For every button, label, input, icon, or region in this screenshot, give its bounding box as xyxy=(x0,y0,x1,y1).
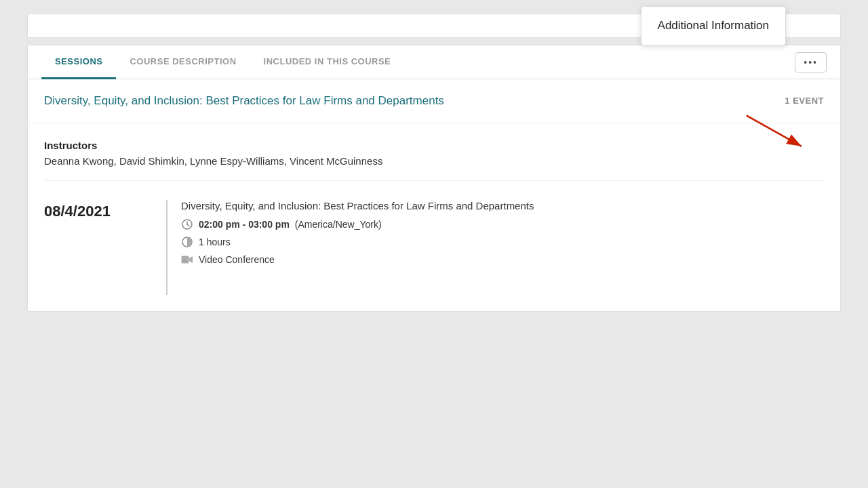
event-time-item: 02:00 pm - 03:00 pm (America/New_York) xyxy=(181,218,824,230)
event-date: 08/4/2021 xyxy=(44,200,153,220)
video-icon xyxy=(181,253,193,266)
more-tabs-button[interactable]: ••• xyxy=(795,52,827,73)
session-title: Diversity, Equity, and Inclusion: Best P… xyxy=(44,93,444,109)
additional-info-tooltip: Additional Information xyxy=(641,6,786,45)
tab-course-description[interactable]: COURSE DESCRIPTION xyxy=(116,45,250,79)
event-meta: 02:00 pm - 03:00 pm (America/New_York) xyxy=(181,218,824,266)
event-duration: 1 hours xyxy=(199,237,231,247)
instructors-section: Instructors Deanna Kwong, David Shimkin,… xyxy=(44,140,824,181)
tab-sessions[interactable]: SESSIONS xyxy=(41,45,116,79)
page-wrapper: Additional Information SESSIONS COURSE D… xyxy=(0,0,868,488)
svg-rect-6 xyxy=(182,256,189,263)
event-location-item: Video Conference xyxy=(181,253,824,266)
event-location: Video Conference xyxy=(199,254,275,265)
event-time: 02:00 pm - 03:00 pm (America/New_York) xyxy=(199,219,382,230)
event-row: 08/4/2021 Diversity, Equity, and Inclusi… xyxy=(44,195,824,295)
additional-info-label: Additional Information xyxy=(658,19,769,32)
session-title-row: Diversity, Equity, and Inclusion: Best P… xyxy=(28,79,840,123)
event-name: Diversity, Equity, and Inclusion: Best P… xyxy=(181,200,824,211)
session-content: Instructors Deanna Kwong, David Shimkin,… xyxy=(28,123,840,311)
event-duration-item: 1 hours xyxy=(181,236,824,248)
main-card: Additional Information SESSIONS COURSE D… xyxy=(27,45,841,312)
clock-icon xyxy=(181,218,193,230)
instructors-list: Deanna Kwong, David Shimkin, Lynne Espy-… xyxy=(44,155,824,167)
svg-line-4 xyxy=(187,224,189,226)
tabs-bar: SESSIONS COURSE DESCRIPTION INCLUDED IN … xyxy=(28,45,840,79)
event-details: Diversity, Equity, and Inclusion: Best P… xyxy=(181,200,824,266)
event-divider xyxy=(166,200,167,295)
event-count: 1 EVENT xyxy=(785,96,824,106)
instructors-label: Instructors xyxy=(44,140,824,151)
duration-icon xyxy=(181,236,193,248)
tab-included-in-course[interactable]: INCLUDED IN THIS COURSE xyxy=(250,45,405,79)
